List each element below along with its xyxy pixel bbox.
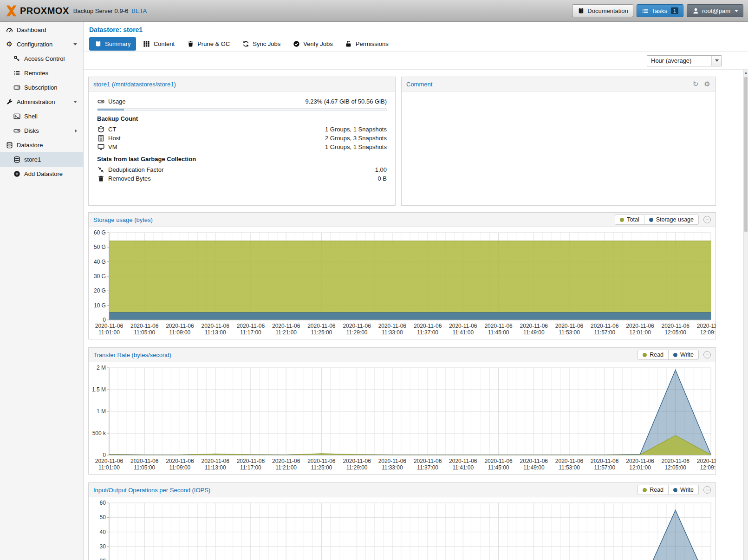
sidebar-item-access-control[interactable]: Access Control xyxy=(0,52,83,66)
collapse-panel-icon[interactable]: − xyxy=(703,216,711,223)
list-icon xyxy=(13,70,20,77)
legend-item-read[interactable]: Read xyxy=(637,350,669,360)
documentation-button[interactable]: Documentation xyxy=(572,4,633,17)
vertical-scrollbar[interactable]: ▲ xyxy=(743,70,748,560)
svg-text:2020-11-06: 2020-11-06 xyxy=(378,323,407,329)
usage-progress-bar xyxy=(97,108,387,111)
backup-count-row-ct: CT1 Groups, 1 Snapshots xyxy=(97,125,387,134)
sidebar-item-disks[interactable]: Disks xyxy=(0,124,83,138)
svg-text:60: 60 xyxy=(100,500,106,506)
sidebar-item-label: Disks xyxy=(24,127,39,134)
proxmox-logo: PROXMOX xyxy=(5,4,69,18)
backup-count-row-vm: VM1 Groups, 1 Snapshots xyxy=(97,143,387,151)
sidebar-item-label: Dashboard xyxy=(17,26,46,33)
chart-title: Storage usage (bytes) xyxy=(93,216,153,223)
svg-text:2020-11-06: 2020-11-06 xyxy=(626,458,654,464)
tab-sync-jobs[interactable]: Sync Jobs xyxy=(237,37,286,51)
svg-text:11:45:00: 11:45:00 xyxy=(488,464,509,471)
legend-item-write[interactable]: Write xyxy=(668,350,699,360)
svg-text:30 G: 30 G xyxy=(94,273,106,280)
legend-item-storage-usage[interactable]: Storage usage xyxy=(644,215,699,225)
expander-expanded-icon[interactable] xyxy=(73,43,77,46)
tab-prune-gc[interactable]: Prune & GC xyxy=(182,37,235,51)
chart-legend: ReadWrite xyxy=(637,350,699,360)
svg-text:2020-11-06: 2020-11-06 xyxy=(202,458,230,464)
tasks-button[interactable]: Tasks 1 xyxy=(637,4,683,17)
tab-label: Summary xyxy=(105,40,131,47)
sidebar-item-label: Configuration xyxy=(17,41,52,48)
legend-item-write[interactable]: Write xyxy=(668,485,699,495)
row-label: Deduplication Factor xyxy=(108,166,163,173)
row-label: CT xyxy=(108,126,116,133)
scrollbar-thumb[interactable] xyxy=(744,77,748,232)
user-menu-button[interactable]: root@pam xyxy=(687,4,743,17)
row-label: Host xyxy=(108,135,121,142)
database-icon xyxy=(13,156,20,163)
summary-scroll-area: store1 (/mnt/datastores/store1) Usage 9.… xyxy=(84,70,743,560)
collapse-panel-icon[interactable]: − xyxy=(703,486,711,494)
legend-dot xyxy=(673,488,677,492)
collapse-panel-icon[interactable]: − xyxy=(703,351,711,358)
legend-item-total[interactable]: Total xyxy=(615,215,644,225)
svg-text:11:17:00: 11:17:00 xyxy=(240,464,261,471)
select-trigger[interactable] xyxy=(711,56,722,66)
sidebar: Dashboard⚙ConfigurationAccess ControlRem… xyxy=(0,22,84,560)
topbar: PROXMOX Backup Server 0.9-6 BETA Documen… xyxy=(0,0,748,22)
iops-chart-panel: Input/Output Operations per Second (IOPS… xyxy=(88,482,716,560)
expander-collapsed-icon[interactable] xyxy=(75,129,77,133)
svg-text:2020-11-06: 2020-11-06 xyxy=(555,323,584,329)
legend-dot xyxy=(673,353,677,357)
tab-label: Sync Jobs xyxy=(253,40,280,47)
desktop-icon xyxy=(97,143,104,151)
svg-text:11:05:00: 11:05:00 xyxy=(134,329,155,336)
svg-text:11:57:00: 11:57:00 xyxy=(594,329,615,336)
sidebar-item-label: Remotes xyxy=(24,70,48,77)
scroll-up-arrow[interactable]: ▲ xyxy=(744,70,748,76)
svg-text:11:57:00: 11:57:00 xyxy=(594,464,615,471)
tab-verify-jobs[interactable]: Verify Jobs xyxy=(287,37,338,51)
toolbar: Hour (average) xyxy=(84,52,748,70)
sidebar-item-datastore[interactable]: Datastore xyxy=(0,138,83,152)
sidebar-item-store1[interactable]: store1 xyxy=(0,152,83,167)
svg-text:2020-11-06: 2020-11-06 xyxy=(555,458,584,464)
expander-expanded-icon[interactable] xyxy=(73,101,77,103)
tab-permissions[interactable]: Permissions xyxy=(340,37,394,51)
beta-link[interactable]: BETA xyxy=(131,7,147,14)
trash-icon xyxy=(187,40,194,48)
comment-body[interactable] xyxy=(402,91,715,205)
gear-icon[interactable]: ⚙ xyxy=(703,80,711,88)
hdd-icon xyxy=(13,127,20,135)
svg-text:11:21:00: 11:21:00 xyxy=(275,464,297,471)
tasks-count-badge: 1 xyxy=(671,7,678,14)
svg-text:12:09:00: 12:09:00 xyxy=(700,329,715,336)
compress-icon xyxy=(97,166,104,174)
sidebar-item-dashboard[interactable]: Dashboard xyxy=(0,23,83,37)
sidebar-item-remotes[interactable]: Remotes xyxy=(0,66,83,80)
svg-text:11:25:00: 11:25:00 xyxy=(311,329,332,336)
svg-text:500 k: 500 k xyxy=(92,430,106,436)
datastore-summary-panel: store1 (/mnt/datastores/store1) Usage 9.… xyxy=(88,77,396,206)
sidebar-item-subscription[interactable]: Subscription xyxy=(0,80,83,95)
tab-summary[interactable]: Summary xyxy=(89,37,136,51)
timeframe-select[interactable]: Hour (average) xyxy=(647,55,722,66)
sidebar-item-administration[interactable]: Administration xyxy=(0,95,83,109)
svg-text:2 M: 2 M xyxy=(97,365,106,371)
svg-text:0: 0 xyxy=(103,317,106,323)
svg-text:12:05:00: 12:05:00 xyxy=(664,329,686,336)
sidebar-item-shell[interactable]: Shell xyxy=(0,109,83,124)
legend-dot xyxy=(620,218,624,222)
revert-icon[interactable]: ↻ xyxy=(692,80,699,88)
svg-text:12:05:00: 12:05:00 xyxy=(664,464,686,471)
user-icon xyxy=(692,7,699,14)
svg-text:2020-11-06: 2020-11-06 xyxy=(237,323,265,329)
sidebar-item-add-datastore[interactable]: Add Datastore xyxy=(0,167,83,181)
row-value: 1 Groups, 1 Snapshots xyxy=(325,143,387,150)
sidebar-item-configuration[interactable]: ⚙Configuration xyxy=(0,37,83,52)
sync-icon xyxy=(242,40,249,48)
legend-item-read[interactable]: Read xyxy=(637,485,669,495)
svg-text:60 G: 60 G xyxy=(94,229,106,236)
svg-text:11:05:00: 11:05:00 xyxy=(134,464,155,471)
svg-text:2020-11-06: 2020-11-06 xyxy=(307,323,336,329)
svg-text:2020-11-06: 2020-11-06 xyxy=(484,458,513,464)
tab-content[interactable]: Content xyxy=(138,37,180,51)
